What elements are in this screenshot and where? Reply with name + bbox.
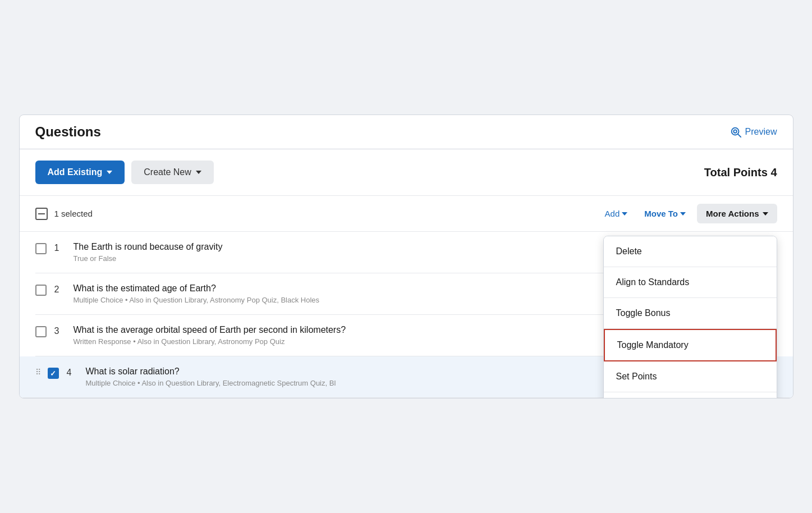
move-to-button[interactable]: Move To (639, 205, 691, 222)
add-existing-label: Add Existing (48, 167, 103, 177)
total-points: Total Points 4 (704, 166, 777, 179)
create-new-button[interactable]: Create New (131, 161, 213, 184)
dropdown-item-set-points[interactable]: Set Points (604, 361, 777, 392)
question-checkbox-3[interactable] (35, 326, 47, 337)
add-dropdown-button[interactable]: Add (599, 205, 634, 222)
add-chevron-icon (622, 212, 627, 216)
more-actions-dropdown: DeleteAlign to StandardsToggle BonusTogg… (603, 236, 777, 399)
question-number-2: 2 (54, 285, 66, 295)
select-all-checkbox[interactable] (35, 208, 48, 220)
svg-line-1 (738, 134, 741, 137)
question-number-4: 4 (67, 368, 78, 378)
create-new-label: Create New (144, 167, 191, 177)
checkmark-icon: ✓ (50, 369, 56, 378)
question-checkbox-4[interactable]: ✓ (48, 368, 59, 379)
dropdown-item-toggle-bonus[interactable]: Toggle Bonus (604, 298, 777, 329)
question-number-3: 3 (54, 326, 66, 336)
dropdown-item-align-standards[interactable]: Align to Standards (604, 267, 777, 298)
header: Questions Preview (20, 115, 793, 149)
add-existing-button[interactable]: Add Existing (35, 161, 125, 184)
more-actions-button[interactable]: More Actions (697, 204, 777, 223)
dropdown-item-toggle-mandatory[interactable]: Toggle Mandatory (604, 329, 777, 361)
add-existing-chevron-icon (107, 171, 112, 174)
minus-icon (38, 213, 45, 214)
move-to-label: Move To (644, 209, 678, 218)
add-dropdown-label: Add (605, 209, 620, 218)
question-number-1: 1 (54, 243, 66, 253)
selection-actions: Add Move To More Actions (599, 204, 777, 223)
dropdown-item-publish-lor[interactable]: Publish to the LOR (604, 392, 777, 399)
page-title: Questions (35, 124, 101, 140)
preview-label: Preview (745, 127, 777, 137)
preview-icon (730, 126, 742, 138)
selection-bar: 1 selected Add Move To More Actions Dele… (20, 196, 793, 232)
svg-point-2 (733, 130, 737, 133)
question-checkbox-2[interactable] (35, 285, 47, 296)
drag-handle[interactable]: ⠿ (35, 367, 40, 377)
toolbar: Add Existing Create New Total Points 4 (20, 149, 793, 196)
more-actions-label: More Actions (706, 209, 759, 218)
main-container: Questions Preview Add Existing Create Ne… (19, 114, 793, 399)
more-actions-chevron-icon (763, 212, 768, 216)
create-new-chevron-icon (196, 171, 201, 174)
move-to-chevron-icon (680, 212, 686, 216)
selected-count: 1 selected (54, 209, 93, 218)
dropdown-arrow-inner (747, 236, 756, 237)
question-checkbox-1[interactable] (35, 243, 47, 254)
preview-link[interactable]: Preview (730, 126, 777, 138)
dropdown-item-delete[interactable]: Delete (604, 236, 777, 267)
